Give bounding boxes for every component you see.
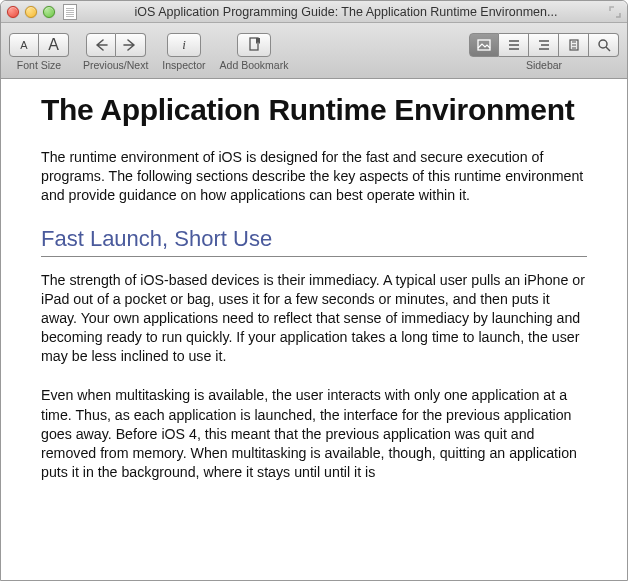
traffic-lights	[7, 6, 55, 18]
fullscreen-icon[interactable]	[609, 6, 621, 18]
sidebar-label: Sidebar	[526, 59, 562, 71]
toolbar: A A Font Size Previous/Next i Inspector	[1, 23, 627, 79]
add-bookmark-group: Add Bookmark	[220, 33, 289, 71]
sidebar-hide-button[interactable]	[469, 33, 499, 57]
inspector-group: i Inspector	[162, 33, 205, 71]
info-icon: i	[182, 37, 186, 53]
document-viewport[interactable]: The Application Runtime Environment The …	[1, 79, 627, 580]
page-title: The Application Runtime Environment	[41, 93, 587, 126]
window-titlebar: iOS Application Programming Guide: The A…	[1, 1, 627, 23]
next-button[interactable]	[116, 33, 146, 57]
sidebar-bookmarks-button[interactable]	[559, 33, 589, 57]
sidebar-thumbnails-button[interactable]	[529, 33, 559, 57]
bookmark-icon	[247, 37, 261, 53]
intro-paragraph: The runtime environment of iOS is design…	[41, 148, 587, 206]
window-title: iOS Application Programming Guide: The A…	[83, 5, 609, 19]
font-size-label: Font Size	[17, 59, 61, 71]
sidebar-group: Sidebar	[469, 33, 619, 71]
picture-icon	[477, 39, 491, 51]
font-small-glyph: A	[20, 39, 27, 51]
thumbnails-icon	[537, 39, 551, 51]
document-proxy-icon[interactable]	[63, 4, 77, 20]
bookmark-list-icon	[567, 39, 581, 51]
prev-next-group: Previous/Next	[83, 33, 148, 71]
paragraph-1: The strength of iOS-based devices is the…	[41, 271, 587, 367]
inspector-button[interactable]: i	[167, 33, 201, 57]
font-large-glyph: A	[48, 36, 59, 54]
arrow-right-icon	[123, 39, 137, 51]
minimize-window-button[interactable]	[25, 6, 37, 18]
sidebar-search-button[interactable]	[589, 33, 619, 57]
close-window-button[interactable]	[7, 6, 19, 18]
font-increase-button[interactable]: A	[39, 33, 69, 57]
svg-point-3	[599, 40, 607, 48]
paragraph-2: Even when multitasking is available, the…	[41, 386, 587, 482]
search-icon	[597, 38, 611, 52]
zoom-window-button[interactable]	[43, 6, 55, 18]
add-bookmark-label: Add Bookmark	[220, 59, 289, 71]
toc-list-icon	[507, 39, 521, 51]
font-size-group: A A Font Size	[9, 33, 69, 71]
add-bookmark-button[interactable]	[237, 33, 271, 57]
prev-next-label: Previous/Next	[83, 59, 148, 71]
font-decrease-button[interactable]: A	[9, 33, 39, 57]
sidebar-toc-button[interactable]	[499, 33, 529, 57]
inspector-label: Inspector	[162, 59, 205, 71]
arrow-left-icon	[94, 39, 108, 51]
previous-button[interactable]	[86, 33, 116, 57]
svg-rect-1	[478, 40, 490, 50]
section-heading-fast-launch: Fast Launch, Short Use	[41, 226, 587, 257]
